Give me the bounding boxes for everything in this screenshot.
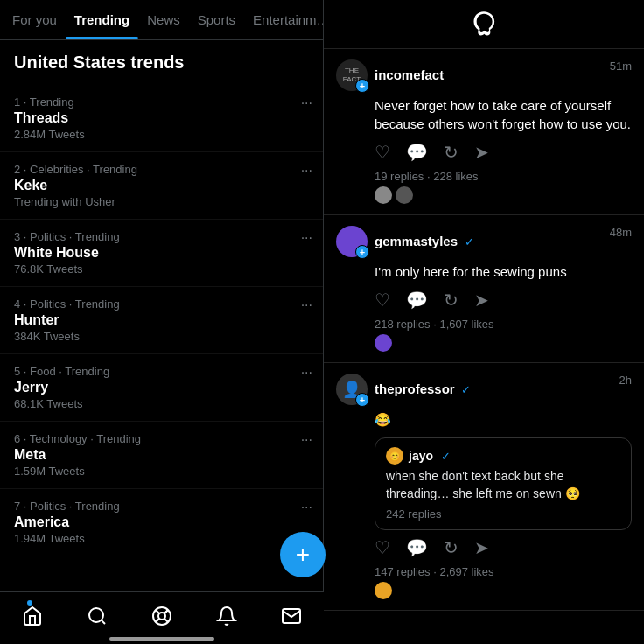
post-author-row-1: THEFACT + incomefact — [336, 60, 444, 91]
home-indicator — [109, 637, 214, 640]
verified-badge-3: ✓ — [461, 383, 471, 396]
comment-icon-1[interactable]: 💬 — [406, 142, 428, 163]
verified-badge-2: ✓ — [465, 235, 474, 248]
posts-container: THEFACT + incomefact 51m Never forget ho… — [324, 49, 644, 644]
post-actions-3: ♡ 💬 ↻ ➤ — [374, 537, 632, 558]
bell-nav-icon[interactable] — [209, 598, 244, 639]
trend-meta-3: 3 · Politics · Trending — [14, 230, 309, 243]
post-stats-1: 19 replies · 228 likes — [374, 170, 632, 183]
trend-item-3[interactable]: 3 · Politics · Trending White House 76.8… — [0, 220, 323, 287]
post-author-row-2: + gemmastyles ✓ — [336, 226, 474, 257]
post-gemmastyles: + gemmastyles ✓ 48m I'm only here for th… — [324, 215, 644, 363]
trend-name-3: White House — [14, 245, 309, 261]
svg-line-2 — [102, 620, 105, 623]
comment-icon-2[interactable]: 💬 — [406, 290, 428, 311]
trend-name-4: Hunter — [14, 312, 309, 328]
tabs-row: For you Trending News Sports Entertainm… — [0, 0, 323, 40]
tab-trending[interactable]: Trending — [66, 0, 138, 39]
compose-fab-button[interactable]: + — [280, 532, 324, 578]
tab-news[interactable]: News — [138, 0, 189, 39]
comment-icon-3[interactable]: 💬 — [406, 537, 428, 558]
quote-author-row: 😊 jayo ✓ — [386, 447, 620, 465]
author-name-1: incomefact — [374, 67, 444, 82]
trend-item-4[interactable]: 4 · Politics · Trending Hunter 384K Twee… — [0, 287, 323, 354]
svg-line-8 — [164, 610, 168, 613]
trend-more-3[interactable]: ··· — [301, 230, 312, 246]
post-header-1: THEFACT + incomefact 51m — [336, 60, 632, 91]
mic-nav-icon[interactable] — [144, 598, 179, 639]
post-theprofessor: 👤 + theprofessor ✓ 2h 😂 😊 — [324, 363, 644, 611]
trend-more-6[interactable]: ··· — [301, 432, 312, 448]
trend-more-1[interactable]: ··· — [301, 95, 312, 111]
post-incomefact: THEFACT + incomefact 51m Never forget ho… — [324, 49, 644, 215]
threads-logo — [470, 9, 498, 43]
trend-meta-7: 7 · Politics · Trending — [14, 500, 309, 513]
trend-item-6[interactable]: 6 · Technology · Trending Meta 1.59M Twe… — [0, 422, 323, 489]
svg-point-0 — [27, 600, 32, 606]
post-author-row-3: 👤 + theprofessor ✓ — [336, 374, 471, 405]
post-content-1: Never forget how to take care of yoursel… — [374, 96, 632, 133]
like-icon-3[interactable]: ♡ — [374, 537, 390, 558]
tab-for-you[interactable]: For you — [4, 0, 66, 39]
quote-author-name: jayo — [409, 449, 433, 463]
svg-point-4 — [158, 612, 165, 620]
replier-row-2 — [374, 334, 632, 352]
quote-content: when she don't text back but she threadi… — [386, 468, 620, 502]
home-nav-icon[interactable] — [15, 598, 50, 639]
like-icon-2[interactable]: ♡ — [374, 290, 390, 311]
quote-avatar-jayo: 😊 — [386, 447, 403, 465]
replier-row-1 — [374, 186, 632, 204]
share-icon-2[interactable]: ➤ — [474, 290, 489, 311]
svg-line-9 — [156, 618, 159, 621]
tab-sports[interactable]: Sports — [189, 0, 244, 39]
mail-nav-icon[interactable] — [274, 598, 309, 639]
repost-icon-3[interactable]: ↻ — [444, 537, 458, 558]
search-nav-icon[interactable] — [80, 598, 115, 639]
trend-item-7[interactable]: 7 · Politics · Trending America 1.94M Tw… — [0, 489, 323, 556]
trend-more-7[interactable]: ··· — [301, 500, 312, 515]
like-icon-1[interactable]: ♡ — [374, 142, 390, 163]
trend-count-4: 384K Tweets — [14, 330, 309, 343]
quote-replies: 242 replies — [386, 508, 620, 521]
trends-list: 1 · Trending Threads 2.84M Tweets ··· 2 … — [0, 85, 323, 644]
svg-line-6 — [164, 618, 168, 621]
trend-more-5[interactable]: ··· — [301, 365, 312, 381]
replier-avatar-1 — [374, 186, 392, 204]
trend-name-6: Meta — [14, 447, 309, 463]
post-content-2: I'm only here for the sewing puns — [374, 262, 632, 281]
post-time-2: 48m — [610, 226, 632, 239]
trend-count-7: 1.94M Tweets — [14, 532, 309, 545]
trend-item-1[interactable]: 1 · Trending Threads 2.84M Tweets ··· — [0, 85, 323, 152]
trend-meta-5: 5 · Food · Trending — [14, 365, 309, 378]
trend-item-5[interactable]: 5 · Food · Trending Jerry 68.1K Tweets ·… — [0, 354, 323, 422]
repost-icon-1[interactable]: ↻ — [444, 142, 458, 163]
share-icon-3[interactable]: ➤ — [474, 537, 489, 558]
avatar-incomefact: THEFACT + — [336, 60, 368, 91]
repost-icon-2[interactable]: ↻ — [444, 290, 458, 311]
bottom-nav — [0, 592, 324, 644]
trends-header: United States trends — [0, 40, 323, 85]
trend-name-1: Threads — [14, 110, 309, 126]
replier-avatar-2 — [396, 186, 413, 204]
trend-extra-2: Trending with Usher — [14, 195, 309, 208]
author-name-3: theprofessor — [374, 382, 455, 396]
trend-item-2[interactable]: 2 · Celebrities · Trending Keke Trending… — [0, 152, 323, 220]
right-panel: THEFACT + incomefact 51m Never forget ho… — [324, 0, 644, 644]
trend-name-2: Keke — [14, 178, 309, 193]
trend-more-4[interactable]: ··· — [301, 298, 312, 313]
author-name-2: gemmastyles — [374, 234, 458, 248]
plus-badge-2: + — [355, 245, 369, 259]
post-content-3: 😂 — [374, 410, 632, 429]
post-time-1: 51m — [610, 60, 632, 73]
trend-meta-2: 2 · Celebrities · Trending — [14, 163, 309, 176]
tab-entertainment[interactable]: Entertainm… — [244, 0, 324, 39]
plus-badge-3: + — [355, 393, 369, 407]
replier-row-3 — [374, 582, 632, 599]
trend-more-2[interactable]: ··· — [301, 163, 312, 178]
trend-meta-6: 6 · Technology · Trending — [14, 432, 309, 445]
post-time-3: 2h — [620, 374, 632, 387]
trend-count-1: 2.84M Tweets — [14, 128, 309, 141]
post-actions-1: ♡ 💬 ↻ ➤ — [374, 142, 632, 163]
share-icon-1[interactable]: ➤ — [474, 142, 489, 163]
svg-point-1 — [89, 608, 103, 622]
